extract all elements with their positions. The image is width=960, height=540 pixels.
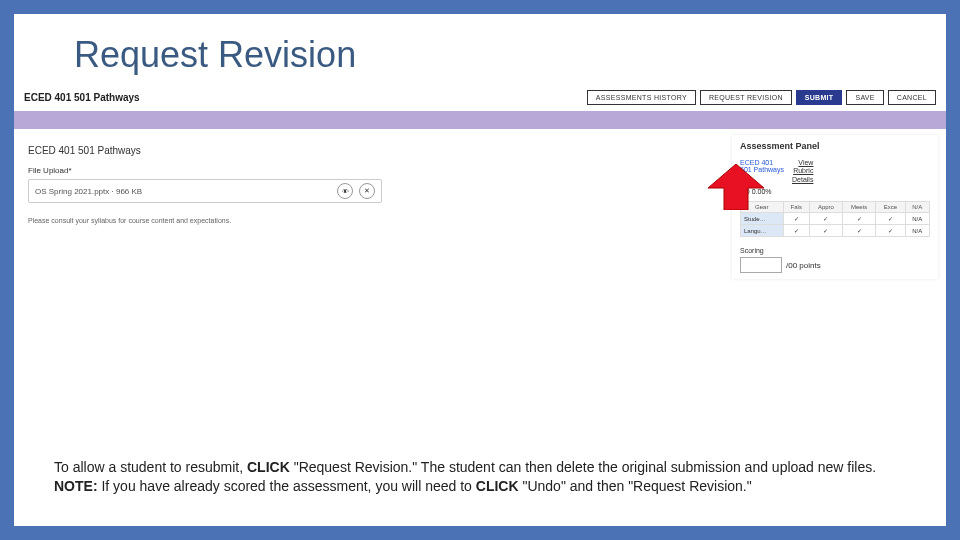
view-link[interactable]: View: [792, 159, 813, 167]
workspace: ECED 401 501 Pathways File Upload* OS Sp…: [14, 129, 946, 279]
instruction-caption: To allow a student to resubmit, CLICK "R…: [54, 458, 906, 496]
details-link[interactable]: Details: [792, 176, 813, 184]
assessment-panel: Assessment Panel ECED 401 501 Pathways V…: [732, 135, 938, 279]
rubric-link[interactable]: Rubric: [792, 167, 813, 175]
assessments-history-button[interactable]: ASSESSMENTS HISTORY: [587, 90, 696, 105]
panel-course-code: ECED 401: [740, 159, 773, 166]
submit-button[interactable]: SUBMIT: [796, 90, 843, 105]
save-button[interactable]: SAVE: [846, 90, 883, 105]
panel-links: View Rubric Details: [792, 159, 813, 184]
course-title: ECED 401 501 Pathways: [24, 92, 587, 103]
slide-title: Request Revision: [14, 14, 946, 84]
rubric-header-row: Gear Fals Appro Meets Exce N/A: [741, 202, 930, 213]
caption-bold: CLICK: [476, 478, 519, 494]
slide-frame: { "slide": { "title": "Request Revision"…: [0, 0, 960, 540]
panel-course: ECED 401 501 Pathways: [740, 159, 784, 184]
rubric-row-label: Langu…: [741, 225, 784, 237]
rubric-cell[interactable]: ✓: [842, 213, 875, 225]
rubric-cell[interactable]: ✓: [809, 213, 842, 225]
rubric-header: Gear: [741, 202, 784, 213]
request-revision-button[interactable]: REQUEST REVISION: [700, 90, 792, 105]
assessment-app: ECED 401 501 Pathways ASSESSMENTS HISTOR…: [14, 84, 946, 279]
uploaded-file-name: OS Spring 2021.pptx · 966 KB: [35, 187, 331, 196]
rubric-header: N/A: [905, 202, 929, 213]
scoring-label: Scoring: [740, 247, 930, 254]
rubric-cell[interactable]: ✓: [842, 225, 875, 237]
caption-text: "Request Revision." The student can then…: [294, 459, 876, 475]
main-panel: ECED 401 501 Pathways File Upload* OS Sp…: [14, 129, 724, 279]
syllabus-hint: Please consult your syllabus for course …: [28, 217, 710, 224]
score-summary: 0/0 0.00%: [740, 188, 930, 195]
rubric-cell[interactable]: N/A: [905, 213, 929, 225]
rubric-cell[interactable]: ✓: [809, 225, 842, 237]
file-upload-label: File Upload*: [28, 166, 710, 175]
rubric-cell[interactable]: ✓: [783, 213, 809, 225]
panel-course-sub: 501 Pathways: [740, 166, 784, 173]
rubric-cell[interactable]: N/A: [905, 225, 929, 237]
accent-bar: [14, 111, 946, 129]
main-heading: ECED 401 501 Pathways: [28, 145, 710, 156]
rubric-header: Appro: [809, 202, 842, 213]
rubric-row: Stude… ✓ ✓ ✓ ✓ N/A: [741, 213, 930, 225]
toolbar-buttons: ASSESSMENTS HISTORY REQUEST REVISION SUB…: [587, 90, 936, 105]
caption-text: If you have already scored the assessmen…: [101, 478, 475, 494]
scoring-suffix: /00 points: [786, 261, 821, 270]
panel-meta: ECED 401 501 Pathways View Rubric Detail…: [740, 159, 930, 184]
scoring-box: /00 points: [740, 257, 930, 273]
panel-title: Assessment Panel: [740, 141, 930, 151]
cancel-button[interactable]: CANCEL: [888, 90, 936, 105]
caption-text: To allow a student to resubmit,: [54, 459, 247, 475]
uploaded-file-row: OS Spring 2021.pptx · 966 KB 👁 ✕: [28, 179, 382, 203]
rubric-cell[interactable]: ✓: [876, 225, 905, 237]
rubric-cell[interactable]: ✓: [876, 213, 905, 225]
rubric-row-label: Stude…: [741, 213, 784, 225]
app-toolbar: ECED 401 501 Pathways ASSESSMENTS HISTOR…: [14, 84, 946, 111]
caption-bold: NOTE:: [54, 478, 98, 494]
caption-text: "Undo" and then "Request Revision.": [522, 478, 751, 494]
rubric-header: Exce: [876, 202, 905, 213]
scoring-input[interactable]: [740, 257, 782, 273]
rubric-cell[interactable]: ✓: [783, 225, 809, 237]
rubric-header: Meets: [842, 202, 875, 213]
rubric-row: Langu… ✓ ✓ ✓ ✓ N/A: [741, 225, 930, 237]
rubric-header: Fals: [783, 202, 809, 213]
view-file-icon[interactable]: 👁: [337, 183, 353, 199]
rubric-table: Gear Fals Appro Meets Exce N/A Stude… ✓ …: [740, 201, 930, 237]
delete-file-icon[interactable]: ✕: [359, 183, 375, 199]
caption-bold: CLICK: [247, 459, 290, 475]
